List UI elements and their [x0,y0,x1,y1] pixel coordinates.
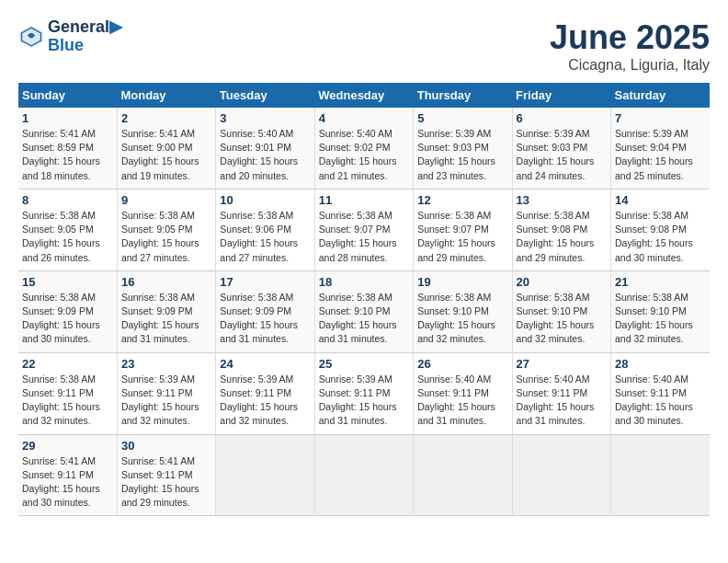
calendar-cell: 12Sunrise: 5:38 AMSunset: 9:07 PMDayligh… [414,189,512,270]
calendar-cell: 8Sunrise: 5:38 AMSunset: 9:05 PMDaylight… [18,189,117,270]
day-info: Sunrise: 5:38 AMSunset: 9:08 PMDaylight:… [517,209,607,265]
day-number: 5 [417,111,507,125]
calendar-cell: 23Sunrise: 5:39 AMSunset: 9:11 PMDayligh… [117,352,215,434]
calendar-cell: 6Sunrise: 5:39 AMSunset: 9:03 PMDaylight… [512,108,610,189]
day-number: 27 [517,357,607,371]
day-info: Sunrise: 5:38 AMSunset: 9:05 PMDaylight:… [22,209,113,265]
col-thursday: Thursday [414,83,512,108]
day-number: 8 [22,193,113,207]
day-number: 16 [121,275,211,289]
day-info: Sunrise: 5:38 AMSunset: 9:09 PMDaylight:… [22,291,113,347]
calendar-cell: 10Sunrise: 5:38 AMSunset: 9:06 PMDayligh… [216,189,314,270]
calendar-cell: 1Sunrise: 5:41 AMSunset: 8:59 PMDaylight… [18,108,117,189]
day-number: 11 [319,193,409,207]
calendar-cell: 19Sunrise: 5:38 AMSunset: 9:10 PMDayligh… [414,270,512,352]
day-number: 12 [417,193,507,207]
day-info: Sunrise: 5:41 AMSunset: 9:11 PMDaylight:… [121,454,211,511]
day-info: Sunrise: 5:38 AMSunset: 9:10 PMDaylight:… [615,291,706,347]
day-info: Sunrise: 5:39 AMSunset: 9:04 PMDaylight:… [615,127,706,183]
day-info: Sunrise: 5:39 AMSunset: 9:03 PMDaylight:… [517,127,607,183]
calendar-table: Sunday Monday Tuesday Wednesday Thursday… [18,83,710,516]
calendar-cell: 5Sunrise: 5:39 AMSunset: 9:03 PMDaylight… [414,108,512,189]
day-number: 17 [220,275,310,289]
calendar-cell: 2Sunrise: 5:41 AMSunset: 9:00 PMDaylight… [117,108,215,189]
day-info: Sunrise: 5:38 AMSunset: 9:11 PMDaylight:… [22,373,113,429]
day-number: 22 [22,357,113,371]
day-number: 2 [121,111,211,125]
day-number: 26 [417,357,507,371]
calendar-cell [314,434,413,516]
day-info: Sunrise: 5:40 AMSunset: 9:11 PMDaylight:… [417,373,507,429]
title-area: June 2025 Cicagna, Liguria, Italy [550,18,710,74]
calendar-cell [216,434,314,516]
calendar-cell: 13Sunrise: 5:38 AMSunset: 9:08 PMDayligh… [512,189,610,270]
location-subtitle: Cicagna, Liguria, Italy [550,57,710,74]
calendar-cell: 30Sunrise: 5:41 AMSunset: 9:11 PMDayligh… [117,434,215,516]
day-info: Sunrise: 5:38 AMSunset: 9:10 PMDaylight:… [319,291,409,347]
day-number: 4 [319,111,409,125]
calendar-cell: 20Sunrise: 5:38 AMSunset: 9:10 PMDayligh… [512,270,610,352]
day-info: Sunrise: 5:41 AMSunset: 9:11 PMDaylight:… [22,454,113,511]
day-number: 25 [319,357,409,371]
calendar-cell: 14Sunrise: 5:38 AMSunset: 9:08 PMDayligh… [611,189,710,270]
col-monday: Monday [117,83,215,108]
day-number: 30 [121,439,211,453]
logo-icon [18,24,44,50]
calendar-cell: 24Sunrise: 5:39 AMSunset: 9:11 PMDayligh… [216,352,314,434]
calendar-cell: 15Sunrise: 5:38 AMSunset: 9:09 PMDayligh… [18,270,117,352]
day-info: Sunrise: 5:39 AMSunset: 9:11 PMDaylight:… [121,373,211,429]
calendar-week-3: 15Sunrise: 5:38 AMSunset: 9:09 PMDayligh… [18,270,710,352]
day-info: Sunrise: 5:38 AMSunset: 9:10 PMDaylight:… [517,291,607,347]
day-info: Sunrise: 5:40 AMSunset: 9:11 PMDaylight:… [615,373,706,429]
day-number: 24 [220,357,310,371]
calendar-week-4: 22Sunrise: 5:38 AMSunset: 9:11 PMDayligh… [18,352,710,434]
day-number: 14 [615,193,706,207]
day-info: Sunrise: 5:38 AMSunset: 9:07 PMDaylight:… [319,209,409,265]
calendar-cell: 26Sunrise: 5:40 AMSunset: 9:11 PMDayligh… [414,352,512,434]
col-sunday: Sunday [18,83,117,108]
day-number: 23 [121,357,211,371]
calendar-week-1: 1Sunrise: 5:41 AMSunset: 8:59 PMDaylight… [18,108,710,189]
day-number: 9 [121,193,211,207]
day-number: 15 [22,275,113,289]
day-number: 28 [615,357,706,371]
month-title: June 2025 [550,18,710,57]
col-wednesday: Wednesday [314,83,413,108]
day-number: 18 [319,275,409,289]
day-number: 20 [517,275,607,289]
day-info: Sunrise: 5:39 AMSunset: 9:11 PMDaylight:… [319,373,409,429]
day-info: Sunrise: 5:39 AMSunset: 9:11 PMDaylight:… [220,373,310,429]
col-friday: Friday [512,83,610,108]
calendar-week-2: 8Sunrise: 5:38 AMSunset: 9:05 PMDaylight… [18,189,710,270]
header: General▶ Blue June 2025 Cicagna, Liguria… [18,18,710,74]
calendar-cell: 27Sunrise: 5:40 AMSunset: 9:11 PMDayligh… [512,352,610,434]
calendar-cell: 9Sunrise: 5:38 AMSunset: 9:05 PMDaylight… [117,189,215,270]
day-info: Sunrise: 5:38 AMSunset: 9:09 PMDaylight:… [121,291,211,347]
day-number: 29 [22,439,113,453]
calendar-cell: 3Sunrise: 5:40 AMSunset: 9:01 PMDaylight… [216,108,314,189]
day-info: Sunrise: 5:41 AMSunset: 8:59 PMDaylight:… [22,127,113,183]
calendar-cell: 16Sunrise: 5:38 AMSunset: 9:09 PMDayligh… [117,270,215,352]
calendar-cell: 29Sunrise: 5:41 AMSunset: 9:11 PMDayligh… [18,434,117,516]
day-number: 21 [615,275,706,289]
calendar-cell: 7Sunrise: 5:39 AMSunset: 9:04 PMDaylight… [611,108,710,189]
day-number: 10 [220,193,310,207]
logo-text: General▶ Blue [48,18,122,55]
calendar-cell [611,434,710,516]
calendar-cell: 18Sunrise: 5:38 AMSunset: 9:10 PMDayligh… [314,270,413,352]
day-info: Sunrise: 5:41 AMSunset: 9:00 PMDaylight:… [121,127,211,183]
header-row: Sunday Monday Tuesday Wednesday Thursday… [18,83,710,108]
day-info: Sunrise: 5:38 AMSunset: 9:07 PMDaylight:… [417,209,507,265]
day-number: 7 [615,111,706,125]
day-info: Sunrise: 5:38 AMSunset: 9:10 PMDaylight:… [417,291,507,347]
day-info: Sunrise: 5:40 AMSunset: 9:11 PMDaylight:… [517,373,607,429]
day-number: 6 [517,111,607,125]
calendar-cell: 17Sunrise: 5:38 AMSunset: 9:09 PMDayligh… [216,270,314,352]
day-info: Sunrise: 5:40 AMSunset: 9:01 PMDaylight:… [220,127,310,183]
day-info: Sunrise: 5:38 AMSunset: 9:08 PMDaylight:… [615,209,706,265]
calendar-cell: 22Sunrise: 5:38 AMSunset: 9:11 PMDayligh… [18,352,117,434]
day-number: 13 [517,193,607,207]
calendar-cell: 25Sunrise: 5:39 AMSunset: 9:11 PMDayligh… [314,352,413,434]
day-number: 3 [220,111,310,125]
calendar-cell: 4Sunrise: 5:40 AMSunset: 9:02 PMDaylight… [314,108,413,189]
